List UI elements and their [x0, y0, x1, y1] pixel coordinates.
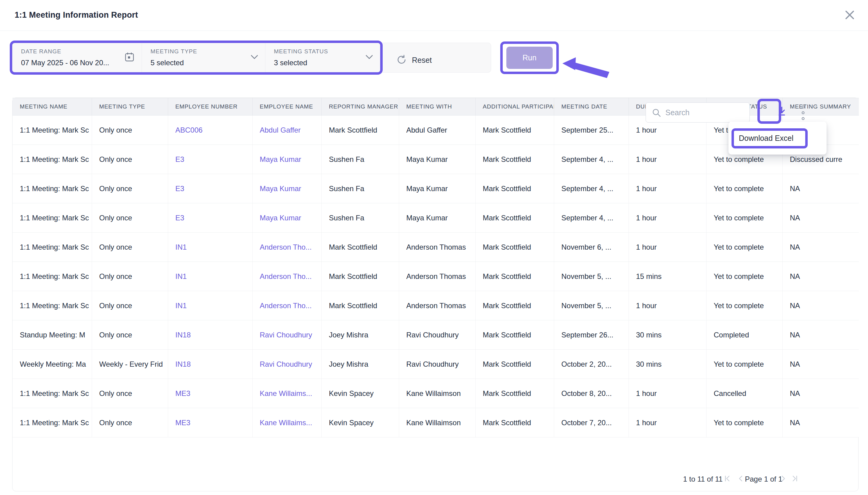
- table-cell: 1:1 Meeting: Mark Sc: [13, 203, 92, 233]
- table-cell: NA: [782, 233, 859, 262]
- table-cell: Completed: [706, 320, 782, 349]
- table-cell: Mark Scottfield: [475, 291, 554, 320]
- table-cell: Only once: [92, 379, 168, 408]
- table-cell: Maya Kumar: [399, 203, 475, 233]
- table-cell: NA: [782, 262, 859, 291]
- table-row: 1:1 Meeting: Mark ScOnly onceIN1Anderson…: [13, 291, 859, 320]
- table-cell: 1:1 Meeting: Mark Sc: [13, 145, 92, 174]
- table-cell: Only once: [92, 203, 168, 233]
- employee-name-link[interactable]: Ravi Choudhury: [252, 320, 321, 349]
- run-button[interactable]: Run: [506, 47, 553, 69]
- table-cell: Kevin Spacey: [321, 379, 399, 408]
- table-cell: Only once: [92, 320, 168, 349]
- table-cell: 1:1 Meeting: Mark Sc: [13, 174, 92, 203]
- previous-page-button[interactable]: [736, 474, 746, 484]
- table-cell: Yet to complete: [706, 262, 782, 291]
- employee-number-link[interactable]: IN1: [168, 291, 252, 320]
- table-row: 1:1 Meeting: Mark ScOnly onceME3Kane Wil…: [13, 408, 859, 438]
- employee-number-link[interactable]: E3: [168, 174, 252, 203]
- table-row: Weekly Meeting: MaWeekly - Every FridIN1…: [13, 349, 859, 379]
- employee-number-link[interactable]: E3: [168, 145, 252, 174]
- table-cell: Standup Meeting: M: [13, 320, 92, 349]
- table-cell: September 4, ...: [554, 174, 628, 203]
- employee-name-link[interactable]: Anderson Tho...: [252, 291, 321, 320]
- table-cell: NA: [782, 203, 859, 233]
- table-body: 1:1 Meeting: Mark ScOnly onceABC006Abdul…: [13, 116, 859, 438]
- employee-number-link[interactable]: IN1: [168, 233, 252, 262]
- meeting-type-filter[interactable]: MEETING TYPE 5 selected: [142, 43, 265, 72]
- meeting-status-value: 3 selected: [274, 58, 373, 67]
- table-cell: NA: [782, 379, 859, 408]
- chevron-down-icon: [365, 54, 373, 61]
- table-cell: 1 hour: [628, 174, 706, 203]
- table-cell: November 5, ...: [554, 291, 628, 320]
- table-cell: 1 hour: [628, 291, 706, 320]
- pagination-footer: 1 to 11 of 11 Page 1 of 1: [13, 467, 858, 491]
- employee-number-link[interactable]: IN1: [168, 262, 252, 291]
- table-cell: Sushen Fa: [321, 203, 399, 233]
- table-cell: Yet to complete: [706, 233, 782, 262]
- table-cell: September 4, ...: [554, 145, 628, 174]
- table-cell: Only once: [92, 145, 168, 174]
- table-cell: Cancelled: [706, 379, 782, 408]
- download-excel-menu-item[interactable]: Download Excel: [739, 134, 793, 143]
- employee-number-link[interactable]: IN18: [168, 320, 252, 349]
- table-cell: 1:1 Meeting: Mark Sc: [13, 379, 92, 408]
- table-cell: Kane Willaimson: [399, 379, 475, 408]
- filter-bar: DATE RANGE 07 May 2025 - 06 Nov 20... ME…: [12, 43, 491, 72]
- employee-name-link[interactable]: Maya Kumar: [252, 174, 321, 203]
- download-icon: [776, 114, 787, 118]
- table-cell: November 6, ...: [554, 233, 628, 262]
- table-cell: Yet to complete: [706, 349, 782, 379]
- employee-name-link[interactable]: Anderson Tho...: [252, 262, 321, 291]
- reset-button[interactable]: Reset: [380, 43, 491, 72]
- date-range-filter[interactable]: DATE RANGE 07 May 2025 - 06 Nov 20...: [13, 43, 142, 72]
- close-button[interactable]: [843, 8, 857, 22]
- kebab-menu-button[interactable]: [799, 105, 808, 122]
- refresh-icon: [396, 54, 407, 66]
- table-cell: Maya Kumar: [399, 145, 475, 174]
- table-cell: 15 mins: [628, 262, 706, 291]
- download-button[interactable]: [773, 102, 790, 121]
- table-row: 1:1 Meeting: Mark ScOnly onceIN1Anderson…: [13, 262, 859, 291]
- employee-name-link[interactable]: Maya Kumar: [252, 145, 321, 174]
- table-cell: 30 mins: [628, 349, 706, 379]
- search-box: [645, 102, 750, 122]
- table-row: Standup Meeting: MOnly onceIN18Ravi Chou…: [13, 320, 859, 349]
- employee-name-link[interactable]: Maya Kumar: [252, 203, 321, 233]
- employee-name-link[interactable]: Anderson Tho...: [252, 233, 321, 262]
- table-cell: Only once: [92, 291, 168, 320]
- table-cell: September 26...: [554, 320, 628, 349]
- employee-number-link[interactable]: E3: [168, 203, 252, 233]
- table-cell: October 2, 20...: [554, 349, 628, 379]
- table-cell: Yet to complete: [706, 291, 782, 320]
- table-cell: Anderson Thomas: [399, 233, 475, 262]
- table-cell: September 4, ...: [554, 203, 628, 233]
- annotation-arrow: [563, 57, 611, 80]
- employee-number-link[interactable]: ME3: [168, 379, 252, 408]
- page-title: 1:1 Meeting Information Report: [15, 10, 138, 20]
- table-cell: 1:1 Meeting: Mark Sc: [13, 262, 92, 291]
- employee-name-link[interactable]: Kane Willaims...: [252, 379, 321, 408]
- table-cell: Kane Willaimson: [399, 408, 475, 438]
- table-cell: 30 mins: [628, 320, 706, 349]
- meeting-status-filter[interactable]: MEETING STATUS 3 selected: [265, 43, 380, 72]
- table-row: 1:1 Meeting: Mark ScOnly onceIN1Anderson…: [13, 233, 859, 262]
- search-input[interactable]: [645, 102, 750, 122]
- first-page-button[interactable]: [722, 474, 733, 484]
- table-cell: NA: [782, 320, 859, 349]
- table-cell: Sushen Fa: [321, 174, 399, 203]
- employee-number-link[interactable]: ME3: [168, 408, 252, 438]
- table-cell: Joey Mishra: [321, 349, 399, 379]
- table-cell: Mark Scottfield: [475, 408, 554, 438]
- employee-name-link[interactable]: Ravi Choudhury: [252, 349, 321, 379]
- employee-name-link[interactable]: Kane Willaims...: [252, 408, 321, 438]
- last-page-button[interactable]: [790, 474, 800, 484]
- table-cell: Ravi Choudhury: [399, 349, 475, 379]
- table-cell: Ravi Choudhury: [399, 320, 475, 349]
- next-page-button[interactable]: [778, 474, 788, 484]
- close-icon: [843, 18, 856, 22]
- meeting-type-value: 5 selected: [150, 58, 258, 67]
- table-cell: Yet to complete: [706, 174, 782, 203]
- employee-number-link[interactable]: IN18: [168, 349, 252, 379]
